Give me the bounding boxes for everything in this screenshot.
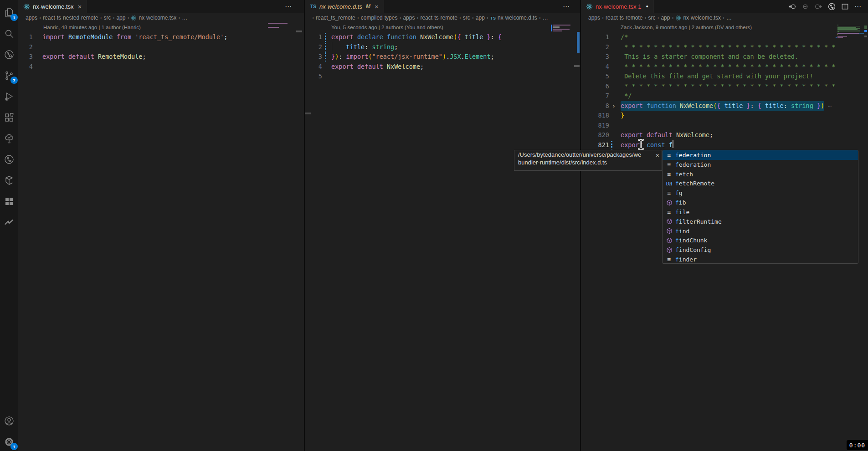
- suggest-item-finder[interactable]: ≡finder: [663, 255, 858, 264]
- git-graph-icon[interactable]: [4, 154, 15, 165]
- cube-icon[interactable]: [4, 175, 15, 186]
- breadcrumb-item[interactable]: app: [476, 15, 485, 21]
- suggest-item-fib[interactable]: fib: [663, 198, 858, 207]
- codelens[interactable]: Zack Jackson, 9 months ago | 2 authors (…: [581, 23, 868, 32]
- breadcrumb-item[interactable]: apps: [588, 15, 600, 21]
- code-line[interactable]: 5 Delete this file and get started with …: [581, 72, 868, 82]
- code-line[interactable]: 1import RemoteModule from 'react_ts_remo…: [18, 32, 304, 42]
- breadcrumb-item[interactable]: src: [648, 15, 655, 21]
- suggest-item-federation[interactable]: ≡federation: [663, 160, 858, 169]
- git-graph-icon[interactable]: [828, 3, 836, 10]
- code-line[interactable]: 8›export function NxWelcome({ title }: {…: [581, 101, 868, 111]
- more-actions-icon[interactable]: ⋯: [285, 2, 292, 10]
- code-editor[interactable]: 1import RemoteModule from 'react_ts_remo…: [18, 32, 304, 72]
- breadcrumb-item[interactable]: react-ts-remote: [420, 15, 457, 21]
- code-line[interactable]: 2 * * * * * * * * * * * * * * * * * * * …: [581, 42, 868, 52]
- breadcrumb-item[interactable]: …: [543, 15, 548, 21]
- code-editor[interactable]: 1/*2 * * * * * * * * * * * * * * * * * *…: [581, 32, 868, 150]
- suggest-item-filterRuntime[interactable]: filterRuntime: [663, 217, 858, 226]
- unsaved-dot-icon[interactable]: ●: [646, 4, 648, 9]
- code-line[interactable]: 4: [18, 62, 304, 72]
- breadcrumb-item[interactable]: TSnx-welcome.d.ts: [490, 15, 537, 21]
- nav-back-icon[interactable]: [788, 3, 796, 10]
- git-modified-indicator: M: [366, 3, 370, 10]
- breadcrumb[interactable]: apps›react-ts-nested-remote›src›app›nx-w…: [18, 13, 304, 23]
- breadcrumb[interactable]: ›react_ts_remote›compiled-types›apps›rea…: [305, 13, 580, 23]
- breadcrumb-item[interactable]: nx-welcome.tsx: [131, 15, 176, 21]
- code-line[interactable]: 818}: [581, 111, 868, 121]
- breadcrumb-item[interactable]: apps: [26, 15, 37, 21]
- minimap[interactable]: [268, 23, 296, 31]
- code-line[interactable]: 6 * * * * * * * * * * * * * * * * * * * …: [581, 82, 868, 92]
- dashboard-icon[interactable]: [4, 196, 15, 207]
- wave-icon[interactable]: [4, 217, 15, 228]
- fold-chevron-icon[interactable]: ›: [612, 101, 616, 111]
- account-icon[interactable]: [4, 415, 15, 426]
- suggest-item-fetchRemote[interactable]: [@]fetchRemote: [663, 179, 858, 188]
- code-line[interactable]: 2: [18, 42, 304, 52]
- suggest-item-fetch[interactable]: ≡fetch: [663, 169, 858, 179]
- breadcrumb-item[interactable]: …: [182, 15, 187, 21]
- close-icon[interactable]: ×: [656, 152, 659, 159]
- codelens[interactable]: You, 5 seconds ago | 2 authors (You and …: [305, 23, 580, 32]
- nav-circle-icon[interactable]: [801, 3, 809, 10]
- code-line[interactable]: 821export const f: [581, 140, 868, 150]
- code-line[interactable]: 5: [305, 72, 580, 82]
- explorer-icon[interactable]: 1: [4, 7, 15, 18]
- breadcrumb-item[interactable]: …: [726, 15, 732, 21]
- code-line[interactable]: 3 This is a starter component and can be…: [581, 52, 868, 62]
- breadcrumb-item[interactable]: nx-welcome.tsx: [675, 15, 721, 21]
- breadcrumb-item[interactable]: app: [116, 15, 125, 21]
- code-line[interactable]: 2 title: string;: [305, 42, 580, 52]
- code-line[interactable]: 819: [581, 121, 868, 131]
- suggestion-kind-method-icon: [665, 228, 673, 234]
- minimap[interactable]: [553, 25, 575, 34]
- code-line[interactable]: 3export default RemoteModule;: [18, 52, 304, 62]
- breadcrumb-item[interactable]: src: [463, 15, 470, 21]
- close-icon[interactable]: ×: [78, 3, 82, 10]
- code-line[interactable]: 1export declare function NxWelcome({ tit…: [305, 32, 580, 42]
- nav-forward-icon[interactable]: [815, 3, 822, 10]
- settings-icon[interactable]: 1: [4, 436, 15, 447]
- code-editor[interactable]: 1export declare function NxWelcome({ tit…: [305, 32, 580, 82]
- minimap[interactable]: [837, 25, 864, 39]
- more-actions-icon[interactable]: ⋯: [854, 2, 862, 10]
- code-line[interactable]: 4export default NxWelcome;: [305, 62, 580, 72]
- breadcrumb-item[interactable]: react_ts_remote: [316, 15, 355, 21]
- code-line[interactable]: 3}): import("react/jsx-runtime").JSX.Ele…: [305, 52, 580, 62]
- tab-nx-welcome.tsx[interactable]: nx-welcome.tsx×: [18, 0, 87, 13]
- close-icon[interactable]: ×: [375, 3, 379, 10]
- codelens[interactable]: Hanric, 48 minutes ago | 1 author (Hanri…: [18, 23, 304, 32]
- commit-graph-icon[interactable]: [4, 49, 15, 60]
- suggest-item-fg[interactable]: ≡fg: [663, 188, 858, 198]
- tab-nx-welcome.d.ts[interactable]: TSnx-welcome.d.tsM×: [305, 0, 384, 13]
- extensions-icon[interactable]: [4, 112, 15, 123]
- tab-nx-welcome.tsx-1[interactable]: nx-welcome.tsx 1●: [581, 0, 654, 13]
- search-icon[interactable]: [4, 28, 15, 39]
- code-line[interactable]: 7 */: [581, 91, 868, 101]
- suggest-item-file[interactable]: ≡file: [663, 207, 858, 217]
- suggest-item-findConfig[interactable]: findConfig: [663, 245, 858, 255]
- suggest-item-federation[interactable]: ≡federation: [663, 150, 858, 160]
- react-file-icon: [586, 3, 593, 10]
- breadcrumb-item[interactable]: react-ts-remote: [606, 15, 642, 21]
- code-line[interactable]: 4 * * * * * * * * * * * * * * * * * * * …: [581, 62, 868, 72]
- breadcrumb-item[interactable]: src: [103, 15, 111, 21]
- suggestion-label: findChunk: [675, 237, 707, 244]
- breadcrumb-item[interactable]: react-ts-nested-remote: [43, 15, 98, 21]
- source-control-icon[interactable]: 7: [4, 70, 15, 81]
- code-line[interactable]: 820export default NxWelcome;: [581, 130, 868, 140]
- breadcrumb-item[interactable]: app: [661, 15, 670, 21]
- code-line[interactable]: 1/*: [581, 32, 868, 42]
- line-number: 1: [305, 32, 322, 42]
- breadcrumb[interactable]: apps›react-ts-remote›src›app›nx-welcome.…: [581, 13, 868, 23]
- breadcrumb-item[interactable]: compiled-types: [361, 15, 398, 21]
- split-editor-icon[interactable]: [841, 3, 849, 10]
- run-debug-icon[interactable]: [4, 91, 15, 102]
- suggest-item-find[interactable]: find: [663, 226, 858, 236]
- suggest-item-findChunk[interactable]: findChunk: [663, 236, 858, 245]
- breadcrumb-item[interactable]: apps: [403, 15, 415, 21]
- suggestion-kind-method-icon: [665, 200, 673, 206]
- test-tree-icon[interactable]: [4, 133, 15, 144]
- more-actions-icon[interactable]: ⋯: [563, 2, 570, 10]
